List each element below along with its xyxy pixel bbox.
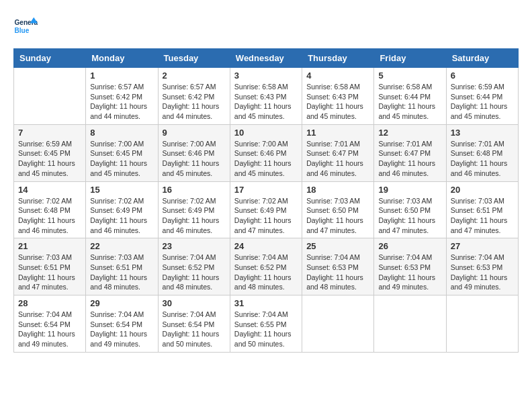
day-number: 7	[18, 128, 81, 138]
day-number: 24	[234, 241, 298, 251]
calendar-cell: 22Sunrise: 7:03 AM Sunset: 6:51 PM Dayli…	[86, 238, 158, 295]
calendar-cell: 17Sunrise: 7:02 AM Sunset: 6:49 PM Dayli…	[230, 181, 302, 238]
day-detail: Sunrise: 7:01 AM Sunset: 6:47 PM Dayligh…	[306, 139, 369, 179]
day-detail: Sunrise: 7:04 AM Sunset: 6:52 PM Dayligh…	[234, 253, 298, 292]
day-number: 26	[378, 241, 441, 251]
day-detail: Sunrise: 7:02 AM Sunset: 6:48 PM Dayligh…	[18, 196, 81, 236]
day-number: 19	[378, 185, 441, 195]
calendar-week-0: 1Sunrise: 6:57 AM Sunset: 6:42 PM Daylig…	[14, 68, 519, 125]
day-detail: Sunrise: 7:04 AM Sunset: 6:53 PM Dayligh…	[306, 253, 369, 292]
day-detail: Sunrise: 7:02 AM Sunset: 6:49 PM Dayligh…	[234, 196, 298, 236]
day-detail: Sunrise: 7:02 AM Sunset: 6:49 PM Dayligh…	[163, 196, 226, 236]
calendar-cell: 1Sunrise: 6:57 AM Sunset: 6:42 PM Daylig…	[86, 68, 158, 125]
header-day-wednesday: Wednesday	[230, 49, 302, 68]
calendar-cell: 7Sunrise: 6:59 AM Sunset: 6:45 PM Daylig…	[14, 124, 86, 181]
calendar-cell	[446, 295, 518, 353]
header-day-thursday: Thursday	[302, 49, 374, 68]
header-day-sunday: Sunday	[14, 49, 86, 68]
day-number: 1	[90, 71, 153, 81]
calendar-cell: 15Sunrise: 7:02 AM Sunset: 6:49 PM Dayli…	[86, 181, 158, 238]
header-day-tuesday: Tuesday	[158, 49, 230, 68]
calendar-cell: 16Sunrise: 7:02 AM Sunset: 6:49 PM Dayli…	[158, 181, 230, 238]
page-header: General Blue	[13, 13, 519, 38]
header-day-friday: Friday	[374, 49, 446, 68]
calendar-cell: 6Sunrise: 6:59 AM Sunset: 6:44 PM Daylig…	[446, 68, 518, 125]
calendar-cell	[374, 295, 446, 353]
calendar-body: 1Sunrise: 6:57 AM Sunset: 6:42 PM Daylig…	[14, 68, 519, 353]
calendar-cell	[14, 68, 86, 125]
calendar-cell: 25Sunrise: 7:04 AM Sunset: 6:53 PM Dayli…	[302, 238, 374, 295]
day-detail: Sunrise: 6:58 AM Sunset: 6:44 PM Dayligh…	[378, 82, 441, 122]
svg-text:Blue: Blue	[14, 27, 29, 34]
header-day-monday: Monday	[86, 49, 158, 68]
calendar-cell: 24Sunrise: 7:04 AM Sunset: 6:52 PM Dayli…	[230, 238, 302, 295]
logo: General Blue	[13, 13, 38, 38]
day-number: 5	[378, 71, 441, 81]
day-detail: Sunrise: 7:04 AM Sunset: 6:54 PM Dayligh…	[90, 310, 153, 349]
day-number: 23	[163, 241, 226, 251]
calendar-cell	[302, 295, 374, 353]
day-number: 16	[163, 185, 226, 195]
day-number: 28	[18, 298, 81, 308]
calendar-cell: 26Sunrise: 7:04 AM Sunset: 6:53 PM Dayli…	[374, 238, 446, 295]
day-number: 20	[451, 185, 514, 195]
day-number: 6	[451, 71, 514, 81]
day-detail: Sunrise: 7:03 AM Sunset: 6:50 PM Dayligh…	[378, 196, 441, 236]
day-detail: Sunrise: 7:00 AM Sunset: 6:46 PM Dayligh…	[163, 139, 226, 179]
calendar-week-1: 7Sunrise: 6:59 AM Sunset: 6:45 PM Daylig…	[14, 124, 519, 181]
calendar-cell: 2Sunrise: 6:57 AM Sunset: 6:42 PM Daylig…	[158, 68, 230, 125]
day-number: 3	[234, 71, 298, 81]
day-detail: Sunrise: 6:58 AM Sunset: 6:43 PM Dayligh…	[234, 82, 298, 122]
day-detail: Sunrise: 6:59 AM Sunset: 6:44 PM Dayligh…	[451, 82, 514, 122]
day-number: 17	[234, 185, 298, 195]
day-number: 14	[18, 185, 81, 195]
day-number: 18	[306, 185, 369, 195]
calendar-week-4: 28Sunrise: 7:04 AM Sunset: 6:54 PM Dayli…	[14, 295, 519, 353]
day-detail: Sunrise: 7:03 AM Sunset: 6:51 PM Dayligh…	[451, 196, 514, 236]
calendar-cell: 10Sunrise: 7:00 AM Sunset: 6:46 PM Dayli…	[230, 124, 302, 181]
header-row: SundayMondayTuesdayWednesdayThursdayFrid…	[14, 49, 519, 68]
calendar-cell: 11Sunrise: 7:01 AM Sunset: 6:47 PM Dayli…	[302, 124, 374, 181]
day-detail: Sunrise: 7:01 AM Sunset: 6:47 PM Dayligh…	[378, 139, 441, 179]
day-number: 8	[90, 128, 153, 138]
calendar-cell: 20Sunrise: 7:03 AM Sunset: 6:51 PM Dayli…	[446, 181, 518, 238]
calendar-cell: 9Sunrise: 7:00 AM Sunset: 6:46 PM Daylig…	[158, 124, 230, 181]
day-detail: Sunrise: 7:04 AM Sunset: 6:53 PM Dayligh…	[378, 253, 441, 292]
day-number: 21	[18, 241, 81, 251]
calendar-cell: 5Sunrise: 6:58 AM Sunset: 6:44 PM Daylig…	[374, 68, 446, 125]
day-detail: Sunrise: 6:59 AM Sunset: 6:45 PM Dayligh…	[18, 139, 81, 179]
day-detail: Sunrise: 6:57 AM Sunset: 6:42 PM Dayligh…	[90, 82, 153, 122]
calendar-week-3: 21Sunrise: 7:03 AM Sunset: 6:51 PM Dayli…	[14, 238, 519, 295]
day-number: 29	[90, 298, 153, 308]
calendar-cell: 19Sunrise: 7:03 AM Sunset: 6:50 PM Dayli…	[374, 181, 446, 238]
day-detail: Sunrise: 6:58 AM Sunset: 6:43 PM Dayligh…	[306, 82, 369, 122]
day-number: 4	[306, 71, 369, 81]
header-day-saturday: Saturday	[446, 49, 518, 68]
day-number: 13	[451, 128, 514, 138]
calendar-cell: 30Sunrise: 7:04 AM Sunset: 6:54 PM Dayli…	[158, 295, 230, 353]
day-detail: Sunrise: 7:00 AM Sunset: 6:46 PM Dayligh…	[234, 139, 298, 179]
day-number: 12	[378, 128, 441, 138]
day-number: 25	[306, 241, 369, 251]
calendar-cell: 8Sunrise: 7:00 AM Sunset: 6:45 PM Daylig…	[86, 124, 158, 181]
day-number: 9	[163, 128, 226, 138]
day-detail: Sunrise: 7:03 AM Sunset: 6:50 PM Dayligh…	[306, 196, 369, 236]
day-number: 10	[234, 128, 298, 138]
calendar-cell: 13Sunrise: 7:01 AM Sunset: 6:48 PM Dayli…	[446, 124, 518, 181]
day-number: 2	[163, 71, 226, 81]
day-detail: Sunrise: 7:04 AM Sunset: 6:54 PM Dayligh…	[163, 310, 226, 349]
calendar-cell: 23Sunrise: 7:04 AM Sunset: 6:52 PM Dayli…	[158, 238, 230, 295]
day-detail: Sunrise: 7:04 AM Sunset: 6:54 PM Dayligh…	[18, 310, 81, 349]
calendar-cell: 4Sunrise: 6:58 AM Sunset: 6:43 PM Daylig…	[302, 68, 374, 125]
day-detail: Sunrise: 7:03 AM Sunset: 6:51 PM Dayligh…	[18, 253, 81, 292]
calendar-cell: 3Sunrise: 6:58 AM Sunset: 6:43 PM Daylig…	[230, 68, 302, 125]
day-number: 11	[306, 128, 369, 138]
day-number: 15	[90, 185, 153, 195]
day-detail: Sunrise: 7:01 AM Sunset: 6:48 PM Dayligh…	[451, 139, 514, 179]
day-detail: Sunrise: 6:57 AM Sunset: 6:42 PM Dayligh…	[163, 82, 226, 122]
calendar-header: SundayMondayTuesdayWednesdayThursdayFrid…	[14, 49, 519, 68]
calendar-cell: 14Sunrise: 7:02 AM Sunset: 6:48 PM Dayli…	[14, 181, 86, 238]
day-detail: Sunrise: 7:04 AM Sunset: 6:52 PM Dayligh…	[163, 253, 226, 292]
day-number: 27	[451, 241, 514, 251]
calendar-cell: 28Sunrise: 7:04 AM Sunset: 6:54 PM Dayli…	[14, 295, 86, 353]
